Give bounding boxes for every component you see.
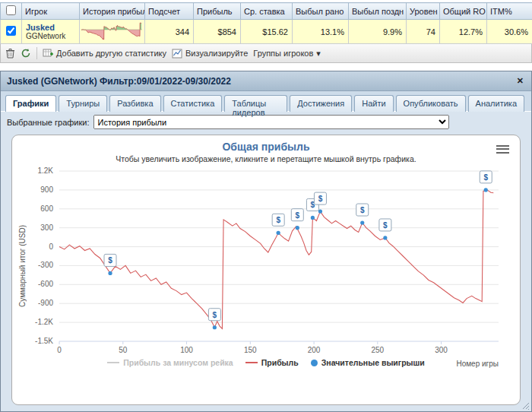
- legend-swatch-icon: [245, 362, 258, 363]
- y-axis-title-wrap: Суммарный итог (USD): [18, 181, 27, 351]
- col-header-profit-history[interactable]: История прибыли: [80, 3, 145, 20]
- svg-text:$: $: [276, 216, 280, 224]
- svg-text:-900: -900: [38, 299, 53, 307]
- tab-breakdown[interactable]: Разбивка: [109, 95, 160, 112]
- busted-late-value: 9.9%: [349, 20, 407, 44]
- svg-text:$: $: [213, 311, 217, 319]
- svg-text:0: 0: [49, 242, 53, 251]
- add-statistic-button[interactable]: Добавить другую статистику: [43, 49, 166, 59]
- svg-text:$: $: [108, 256, 112, 265]
- stats-toolbar: Добавить другую статистику Визуализируйт…: [0, 44, 532, 63]
- row-checkbox[interactable]: [6, 26, 16, 36]
- svg-text:600: 600: [40, 204, 53, 213]
- svg-text:300: 300: [40, 223, 53, 232]
- chart-title: Общая прибыль: [12, 141, 520, 153]
- player-groups-button[interactable]: Группы игроков ▾: [253, 49, 321, 59]
- select-all-cell: [1, 3, 22, 20]
- count-value: 344: [145, 20, 194, 44]
- col-header-profit[interactable]: Прибыль: [194, 3, 241, 20]
- resize-grip[interactable]: [521, 401, 530, 410]
- col-header-avg-stake[interactable]: Ср. ставка: [241, 3, 293, 20]
- col-header-level[interactable]: Уровен: [407, 3, 440, 20]
- y-axis-title: Суммарный итог (USD): [18, 225, 27, 307]
- trash-icon: [5, 48, 15, 59]
- table-header-row: Игрок История прибыли Подсчет Прибыль Ср…: [1, 3, 532, 20]
- svg-text:-600: -600: [38, 280, 53, 288]
- col-header-busted-early[interactable]: Выбыл рано: [293, 3, 349, 20]
- chart-controls: Выбранные графики: История прибыли: [1, 112, 531, 132]
- svg-text:-1.5K: -1.5K: [35, 337, 53, 345]
- tab-publish[interactable]: Опубликовать: [396, 95, 466, 112]
- svg-text:250: 250: [371, 346, 384, 354]
- table-row: Jusked GGNetwork 344 $854 $15.62 13.1% 9…: [1, 20, 532, 44]
- chart-subtitle: Чтобы увеличить изображение, кликните и …: [12, 154, 520, 163]
- select-all-checkbox[interactable]: [6, 5, 16, 15]
- col-header-overall-ro[interactable]: Общий RO: [440, 3, 487, 20]
- chart-bottom-row: Прибыль за минусом рейкаПрибыльЗначитель…: [12, 358, 520, 372]
- panel-header: Jusked (GGNetwork) Фильтр:09/01/2022-09/…: [1, 71, 531, 91]
- sparkline-cell: [80, 20, 145, 44]
- x-axis-title: Номер игры: [456, 360, 499, 368]
- player-name[interactable]: Jusked: [26, 23, 75, 32]
- refresh-button[interactable]: [21, 48, 31, 59]
- close-icon[interactable]: ✕: [515, 76, 525, 86]
- chart-type-select[interactable]: История прибыли: [93, 115, 449, 129]
- report-panel: Jusked (GGNetwork) Фильтр:09/01/2022-09/…: [0, 71, 532, 412]
- tab-bar: Графики Турниры Разбивка Статистика Табл…: [1, 91, 531, 112]
- busted-early-value: 13.1%: [293, 20, 349, 44]
- tab-find[interactable]: Найти: [354, 95, 393, 112]
- toolbar-separator: [36, 47, 37, 59]
- svg-text:50: 50: [119, 346, 128, 354]
- visualize-label: Визуализируйте: [185, 49, 248, 58]
- legend-item[interactable]: Значительные выигрыши: [311, 358, 425, 367]
- overall-ro-value: 12.7%: [440, 20, 487, 44]
- add-statistic-label: Добавить другую статистику: [56, 49, 166, 58]
- col-header-itm[interactable]: ITM%: [487, 3, 532, 20]
- svg-text:900: 900: [40, 185, 53, 194]
- player-network: GGNetwork: [26, 32, 75, 40]
- profit-sparkline[interactable]: [81, 22, 142, 40]
- legend-label: Значительные выигрыши: [321, 358, 425, 367]
- tab-statistics[interactable]: Статистика: [163, 95, 223, 112]
- tab-leaderboards[interactable]: Таблицы лидеров: [224, 95, 287, 112]
- tab-analytics[interactable]: Аналитика: [468, 95, 524, 112]
- tab-achievements[interactable]: Достижения: [290, 95, 352, 112]
- selected-charts-label: Выбранные графики:: [7, 118, 89, 127]
- panel-title: Jusked (GGNetwork) Фильтр:09/01/2022-09/…: [7, 76, 515, 87]
- svg-text:$: $: [318, 195, 323, 203]
- col-header-count[interactable]: Подсчет: [145, 3, 194, 20]
- tab-tournaments[interactable]: Турниры: [59, 95, 107, 112]
- svg-text:-300: -300: [38, 261, 53, 269]
- svg-text:1.2K: 1.2K: [37, 166, 53, 175]
- level-value: 74: [407, 20, 440, 44]
- profit-chart-plot[interactable]: 1.2K9006003000-300-600-900-1.2K-1.5K0501…: [15, 165, 517, 357]
- svg-text:$: $: [296, 211, 300, 220]
- legend-label: Прибыль: [261, 358, 299, 367]
- svg-text:-1.2K: -1.2K: [35, 318, 53, 326]
- itm-value: 30.6%: [487, 20, 532, 44]
- legend-item[interactable]: Прибыль: [245, 358, 299, 367]
- chevron-down-icon: ▾: [316, 49, 321, 59]
- refresh-icon: [21, 48, 31, 59]
- col-header-busted-late[interactable]: Выбыл поздн: [349, 3, 407, 20]
- svg-text:$: $: [383, 221, 388, 230]
- svg-text:150: 150: [244, 346, 257, 354]
- avg-stake-value: $15.62: [241, 20, 293, 44]
- chart-card: Общая прибыль Чтобы увеличить изображени…: [11, 135, 521, 405]
- legend-swatch-icon: [107, 362, 119, 363]
- tab-charts[interactable]: Графики: [5, 95, 56, 112]
- visualize-button[interactable]: Визуализируйте: [172, 49, 248, 59]
- delete-button[interactable]: [5, 48, 15, 59]
- svg-text:$: $: [360, 206, 365, 214]
- legend-item[interactable]: Прибыль за минусом рейка: [107, 358, 233, 367]
- profit-value: $854: [194, 20, 241, 44]
- legend-label: Прибыль за минусом рейка: [123, 358, 233, 367]
- chart-menu-icon[interactable]: [496, 143, 509, 155]
- player-cell[interactable]: Jusked GGNetwork: [22, 20, 80, 44]
- player-stats-table: Игрок История прибыли Подсчет Прибыль Ср…: [0, 2, 532, 44]
- svg-text:300: 300: [435, 346, 448, 354]
- col-header-player[interactable]: Игрок: [22, 3, 80, 20]
- svg-text:$: $: [483, 173, 488, 182]
- svg-text:0: 0: [57, 346, 62, 354]
- add-statistic-icon: [43, 49, 53, 59]
